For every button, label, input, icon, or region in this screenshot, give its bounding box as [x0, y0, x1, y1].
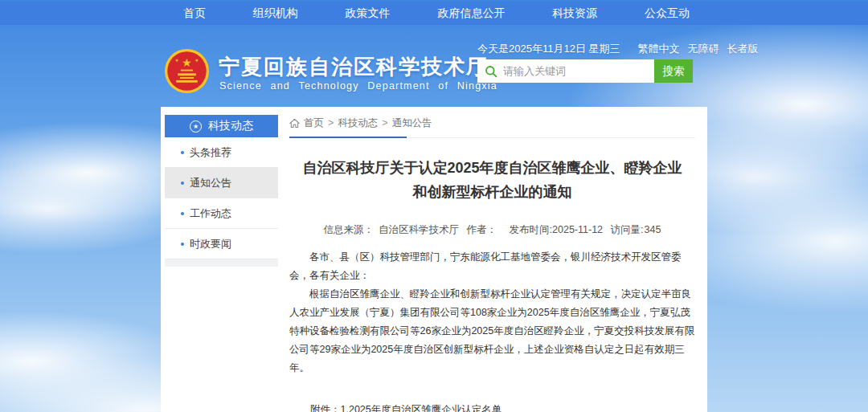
- attachment-link-1[interactable]: 1.2025年度自治区雏鹰企业认定名单: [341, 400, 532, 412]
- search-input[interactable]: [503, 59, 654, 83]
- article-area: 首页 > 科技动态 > 通知公告 自治区科技厅关于认定2025年度自治区雏鹰企业…: [289, 115, 695, 412]
- article-body: 各市、县（区）科技管理部门，宁东能源化工基地管委会，银川经济技术开发区管委会，各…: [289, 248, 695, 377]
- nav-home[interactable]: 首页: [183, 6, 206, 21]
- search-button[interactable]: 搜索: [654, 59, 693, 83]
- meta-publish-value: 2025-11-12: [552, 224, 603, 235]
- star-circle-icon: ★: [190, 120, 202, 133]
- section-divider: [289, 136, 695, 138]
- article-paragraph: 根据自治区雏鹰企业、瞪羚企业和创新型标杆企业认定管理有关规定，决定认定半亩良人农…: [289, 285, 695, 377]
- article-title-line2: 和创新型标杆企业的通知: [289, 180, 695, 204]
- sidebar-item-current-politics[interactable]: 时政要闻: [165, 229, 278, 259]
- content-panel: ★ 科技动态 头条推荐 通知公告 工作动态 时政要闻: [161, 107, 707, 412]
- site-title[interactable]: 宁夏回族自治区科学技术厅: [219, 53, 489, 81]
- meta-source-value: 自治区科学技术厅: [379, 224, 459, 235]
- elderly-version-link[interactable]: 长者版: [727, 42, 759, 56]
- article-paragraph: 各市、县（区）科技管理部门，宁东能源化工基地管委会，银川经济技术开发区管委会，各…: [289, 248, 695, 285]
- sidebar-item-label: 头条推荐: [190, 145, 231, 160]
- top-navigation-bar: 首页 组织机构 政策文件 政府信息公开 科技资源 公众互动: [0, 2, 868, 25]
- breadcrumb-current-page: 通知公告: [392, 116, 432, 130]
- lang-traditional-chinese-link[interactable]: 繁體中文: [638, 42, 680, 56]
- site-subtitle: Science and Technology Department of Nin…: [219, 80, 497, 92]
- home-icon: [289, 118, 300, 128]
- bullet-icon: [181, 212, 184, 215]
- sidebar: ★ 科技动态 头条推荐 通知公告 工作动态 时政要闻: [165, 115, 278, 267]
- breadcrumb-sci-tech-news[interactable]: 科技动态: [338, 116, 378, 130]
- search-bar: 搜索: [477, 59, 693, 83]
- meta-publish-label: 发布时间:: [510, 224, 552, 235]
- svg-text:★: ★: [194, 58, 199, 63]
- sidebar-item-label: 工作动态: [190, 206, 231, 221]
- sidebar-section-header[interactable]: ★ 科技动态: [165, 115, 278, 137]
- bullet-icon: [181, 182, 184, 185]
- breadcrumb-separator: >: [328, 117, 334, 128]
- nav-policy-documents[interactable]: 政策文件: [346, 6, 391, 21]
- svg-text:★: ★: [182, 56, 192, 69]
- breadcrumb-separator: >: [382, 117, 387, 128]
- national-emblem-logo[interactable]: ★ ★ ★: [164, 48, 210, 94]
- attachments-block: 附件： 1.2025年度自治区雏鹰企业认定名单 2.2025年度自治区瞪羚企业认…: [310, 400, 695, 412]
- attachments-label: 附件：: [310, 400, 341, 412]
- article-meta: 信息来源：自治区科学技术厅 作者： 发布时间:2025-11-12 访问量:34…: [289, 223, 695, 237]
- sidebar-item-label: 时政要闻: [190, 237, 231, 251]
- article-title: 自治区科技厅关于认定2025年度自治区雏鹰企业、瞪羚企业 和创新型标杆企业的通知: [289, 156, 695, 204]
- sidebar-item-headline-recommend[interactable]: 头条推荐: [165, 137, 278, 168]
- nav-public-interaction[interactable]: 公众互动: [645, 6, 690, 21]
- nav-organization[interactable]: 组织机构: [253, 6, 298, 21]
- bullet-icon: [181, 243, 184, 246]
- bullet-icon: [181, 151, 184, 154]
- meta-source-label: 信息来源：: [324, 224, 375, 235]
- search-icon: [485, 65, 497, 78]
- meta-views-value: 345: [645, 224, 661, 235]
- meta-views-label: 访问量:: [611, 224, 644, 235]
- sidebar-section-title: 科技动态: [208, 119, 253, 133]
- accessibility-link[interactable]: 无障碍: [688, 42, 719, 56]
- sidebar-item-notices[interactable]: 通知公告: [165, 168, 278, 198]
- nav-sci-tech-resources[interactable]: 科技资源: [552, 6, 597, 21]
- current-date-text: 今天是2025年11月12日 星期三: [477, 42, 620, 56]
- svg-text:★: ★: [175, 58, 179, 63]
- breadcrumb: 首页 > 科技动态 > 通知公告: [289, 115, 695, 131]
- sidebar-footer-strip: [165, 259, 278, 267]
- header-top-info: 今天是2025年11月12日 星期三 繁體中文 无障碍 长者版: [477, 42, 698, 56]
- nav-gov-info-disclosure[interactable]: 政府信息公开: [437, 6, 505, 21]
- article-title-line1: 自治区科技厅关于认定2025年度自治区雏鹰企业、瞪羚企业: [289, 156, 695, 180]
- sidebar-item-label: 通知公告: [190, 176, 231, 190]
- breadcrumb-home[interactable]: 首页: [304, 116, 324, 130]
- meta-author-label: 作者：: [467, 224, 497, 235]
- sidebar-item-work-updates[interactable]: 工作动态: [165, 198, 278, 229]
